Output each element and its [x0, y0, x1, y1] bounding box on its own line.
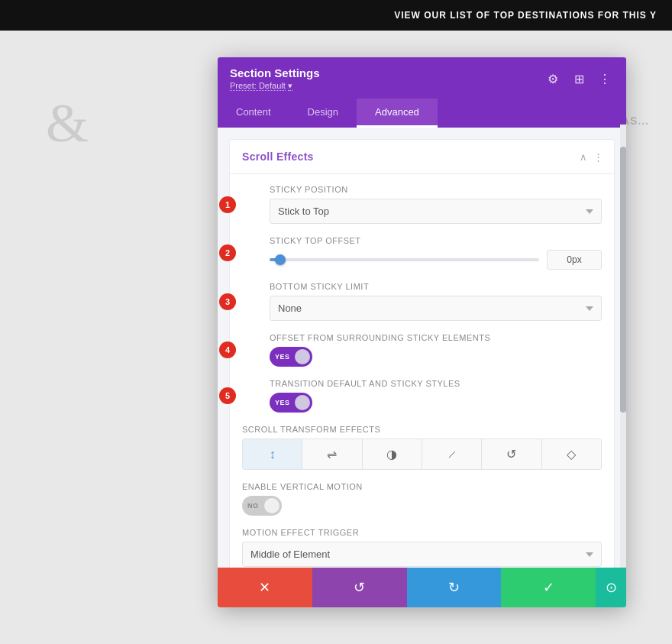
collapse-icon[interactable]: ∧	[580, 151, 587, 163]
sticky-position-field: 1 Sticky Position Stick to Top None Stic…	[242, 185, 602, 224]
transform-btn-motion-rotate[interactable]: ↺	[482, 439, 541, 469]
sticky-position-label: Sticky Position	[270, 185, 602, 194]
badge-2: 2	[219, 244, 236, 261]
transition-default-toggle-row: YES	[270, 393, 602, 413]
modal-footer: ✕ ↺ ↻ ✓ ⊙	[218, 568, 626, 607]
transition-default-toggle[interactable]: YES	[270, 393, 312, 413]
toggle-yes-label: YES	[272, 353, 293, 361]
scroll-effects-panel: Scroll Effects ∧ ⋮ 1 Sticky Position Sti…	[229, 139, 615, 568]
bottom-sticky-limit-field: 3 Bottom Sticky Limit None Section Row	[242, 282, 602, 321]
modal-header-icons: ⚙ ⊞ ⋮	[544, 70, 614, 88]
redo-button[interactable]: ↻	[407, 568, 502, 607]
tab-advanced[interactable]: Advanced	[357, 99, 438, 128]
scroll-effects-header: Scroll Effects ∧ ⋮	[230, 140, 614, 174]
badge-3: 3	[219, 293, 236, 310]
columns-icon[interactable]: ⊞	[570, 70, 588, 88]
transform-icons-row: ↕ ⇌ ◑ ⟋ ↺ ◇	[242, 439, 602, 470]
section-settings-modal: Section Settings Preset: Default ▾ ⚙ ⊞ ⋮…	[218, 57, 626, 607]
panel-more-icon[interactable]: ⋮	[593, 151, 603, 163]
cancel-button[interactable]: ✕	[218, 568, 312, 607]
offset-surrounding-toggle[interactable]: YES	[270, 347, 312, 367]
sticky-top-offset-field: 2 Sticky Top Offset	[242, 236, 602, 270]
transform-btn-motion-blur[interactable]: ⟋	[422, 439, 482, 469]
top-banner: VIEW OUR LIST OF TOP DESTINATIONS FOR TH…	[0, 0, 672, 31]
bottom-sticky-limit-label: Bottom Sticky Limit	[270, 282, 602, 291]
transform-btn-motion-fade[interactable]: ◑	[363, 439, 422, 469]
confirm-button[interactable]: ✓	[501, 568, 596, 607]
transition-default-field: 5 Transition Default and Sticky Styles Y…	[242, 379, 602, 413]
settings-icon[interactable]: ⚙	[544, 70, 562, 88]
scroll-effects-title: Scroll Effects	[242, 150, 314, 163]
sticky-top-offset-label: Sticky Top Offset	[270, 236, 602, 245]
transition-yes-label: YES	[272, 399, 293, 406]
tab-design[interactable]: Design	[289, 99, 357, 128]
scroll-transform-label: Scroll Transform Effects	[242, 425, 602, 434]
modal-scrollbar[interactable]	[620, 125, 626, 568]
modal-preset[interactable]: Preset: Default ▾	[230, 81, 320, 91]
sticky-top-offset-input[interactable]	[547, 250, 602, 270]
offset-surrounding-field: 4 Offset From Surrounding Sticky Element…	[242, 333, 602, 367]
enable-vertical-motion-label: Enable Vertical Motion	[242, 482, 602, 491]
vertical-motion-no-label: NO	[244, 502, 262, 510]
modal-header: Section Settings Preset: Default ▾ ⚙ ⊞ ⋮	[218, 57, 626, 99]
badge-5: 5	[219, 387, 236, 404]
vertical-motion-toggle[interactable]: NO	[242, 496, 282, 516]
offset-surrounding-label: Offset From Surrounding Sticky Elements	[270, 333, 602, 342]
transform-btn-motion-horizontal[interactable]: ⇌	[302, 439, 362, 469]
undo-button[interactable]: ↺	[312, 568, 407, 607]
sticky-position-select[interactable]: Stick to Top None Stick to Bottom	[270, 199, 602, 224]
transform-btn-motion-vertical[interactable]: ↕	[243, 439, 302, 469]
modal-body: Scroll Effects ∧ ⋮ 1 Sticky Position Sti…	[218, 128, 626, 568]
transition-toggle-knob	[295, 395, 310, 410]
badge-4: 4	[219, 341, 236, 358]
scrollbar-thumb[interactable]	[620, 147, 626, 413]
badge-1: 1	[219, 196, 236, 213]
toggle-knob	[295, 349, 310, 364]
settings-button[interactable]: ⊙	[596, 568, 626, 607]
modal-title: Section Settings	[230, 66, 320, 79]
slider-thumb[interactable]	[275, 254, 286, 265]
modal-tabs: Content Design Advanced	[218, 99, 626, 128]
ampersand-symbol: &	[46, 92, 89, 155]
bottom-sticky-limit-select[interactable]: None Section Row	[270, 296, 602, 321]
sticky-top-offset-slider-row	[270, 250, 602, 270]
motion-effect-trigger-select[interactable]: Middle of Element Top of Element Bottom …	[242, 542, 602, 567]
enable-vertical-motion-field: Enable Vertical Motion NO	[242, 482, 602, 516]
vertical-motion-knob	[264, 498, 279, 513]
offset-surrounding-toggle-row: YES	[270, 347, 602, 367]
motion-effect-trigger-field: Motion Effect Trigger Middle of Element …	[242, 528, 602, 567]
slider-track[interactable]	[270, 258, 539, 261]
form-body: 1 Sticky Position Stick to Top None Stic…	[230, 174, 614, 568]
section-panel-icons: ∧ ⋮	[580, 151, 603, 163]
tab-content[interactable]: Content	[218, 99, 289, 128]
banner-text: VIEW OUR LIST OF TOP DESTINATIONS FOR TH…	[394, 10, 657, 21]
transition-default-label: Transition Default and Sticky Styles	[270, 379, 602, 388]
scroll-transform-field: Scroll Transform Effects ↕ ⇌ ◑ ⟋ ↺ ◇	[242, 425, 602, 470]
vertical-motion-toggle-row: NO	[242, 496, 602, 516]
transform-btn-motion-scale[interactable]: ◇	[542, 439, 601, 469]
motion-effect-trigger-label: Motion Effect Trigger	[242, 528, 602, 537]
modal-header-left: Section Settings Preset: Default ▾	[230, 66, 320, 91]
more-icon[interactable]: ⋮	[596, 70, 614, 88]
